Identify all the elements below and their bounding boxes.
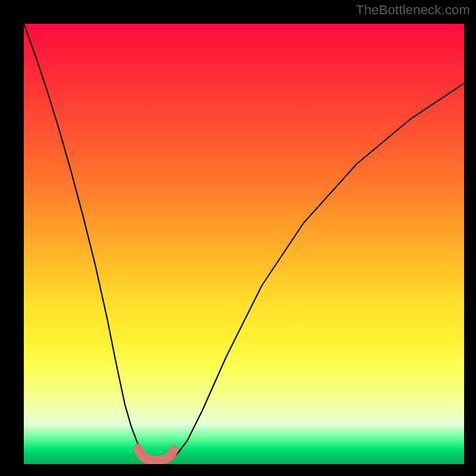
curve-layer [24,24,464,464]
valley-marker [138,449,174,461]
watermark-text: TheBottleneck.com [356,2,470,18]
plot-area [24,24,464,464]
bottleneck-curve [24,24,464,461]
chart-frame: TheBottleneck.com [0,0,476,476]
